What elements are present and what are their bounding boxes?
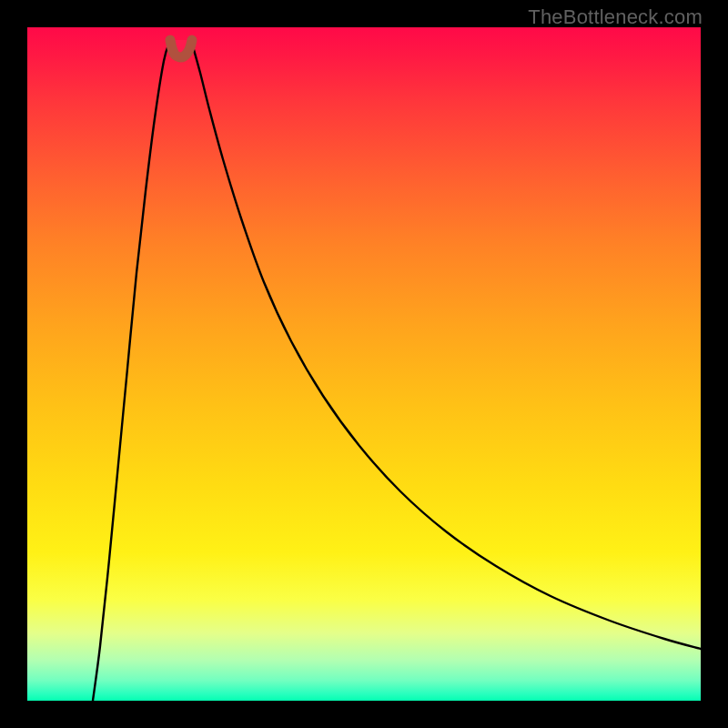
chart-frame: TheBottleneck.com [0,0,728,728]
plot-area [27,27,701,701]
curve-left-branch [93,40,170,701]
curve-right-branch [191,40,701,649]
watermark-text: TheBottleneck.com [528,5,703,29]
curve-bump [170,40,192,57]
curve-layer [27,27,701,701]
